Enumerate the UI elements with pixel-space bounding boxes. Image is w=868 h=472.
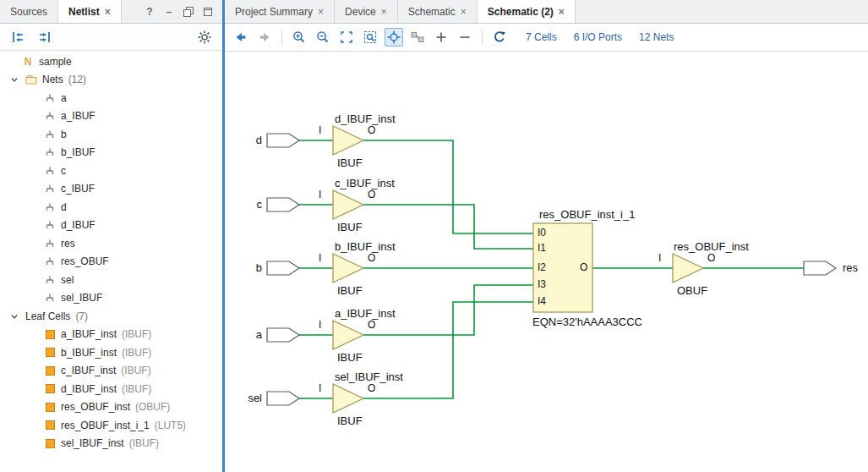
- netlist-toolbar: [0, 24, 222, 51]
- gate-c-ibuf[interactable]: [333, 190, 363, 219]
- zoom-in-icon[interactable]: [290, 28, 308, 47]
- cell-type: (IBUF): [122, 328, 151, 340]
- help-icon[interactable]: ?: [144, 6, 156, 18]
- pin-label-i: I: [319, 382, 321, 394]
- tree-item-cell[interactable]: c_IBUF_inst(IBUF): [0, 362, 222, 381]
- cell-type-label: IBUF: [337, 156, 363, 169]
- tree-label: a: [61, 92, 67, 104]
- input-port-c[interactable]: [267, 198, 299, 211]
- tree-item-sample[interactable]: N sample: [0, 52, 222, 71]
- instance-label: c_IBUF_inst: [335, 177, 395, 189]
- pin-label-i: I: [319, 252, 321, 264]
- tab-project-summary[interactable]: Project Summary ×: [225, 0, 335, 23]
- zoom-fit-icon[interactable]: [337, 28, 356, 47]
- cell-icon: [44, 328, 56, 340]
- close-icon[interactable]: ×: [461, 7, 467, 17]
- tree-item-cell[interactable]: b_IBUF_inst(IBUF): [0, 343, 222, 362]
- tab-label: Project Summary: [235, 6, 313, 18]
- tree-label: d_IBUF: [61, 219, 96, 231]
- pin-label-i: I: [658, 252, 661, 264]
- tab-device[interactable]: Device ×: [335, 0, 398, 23]
- zoom-out-icon[interactable]: [314, 28, 332, 47]
- net-icon: [44, 274, 56, 286]
- cell-type: (IBUF): [122, 347, 151, 359]
- gate-sel-ibuf[interactable]: [333, 384, 363, 413]
- tree-item-cell[interactable]: sel_IBUF_inst(IBUF): [0, 435, 222, 453]
- autofit-selection-icon[interactable]: [385, 28, 403, 47]
- io-ports-count-link[interactable]: 6 I/O Ports: [574, 31, 622, 43]
- remove-icon[interactable]: [456, 28, 474, 47]
- chevron-down-icon[interactable]: [8, 310, 20, 322]
- tree-item-net[interactable]: sel_IBUF: [0, 289, 222, 308]
- nets-count-link[interactable]: 12 Nets: [639, 31, 674, 43]
- tree-group-leaf-cells[interactable]: Leaf Cells (7): [0, 307, 222, 326]
- tree-item-net[interactable]: d_IBUF: [0, 217, 222, 235]
- tree-item-net[interactable]: c: [0, 162, 222, 180]
- zoom-selection-icon[interactable]: [361, 28, 379, 47]
- cell-icon: [44, 401, 56, 413]
- net-icon: [44, 238, 56, 250]
- gate-a-ibuf[interactable]: [333, 321, 363, 349]
- input-port-a[interactable]: [267, 328, 299, 342]
- tree-label: res: [61, 238, 75, 250]
- tree-item-cell[interactable]: a_IBUF_inst(IBUF): [0, 326, 222, 344]
- tree-item-net[interactable]: a: [0, 89, 222, 107]
- tree-label: b_IBUF: [61, 146, 96, 158]
- output-port-res[interactable]: [804, 261, 836, 275]
- cell-icon: [44, 365, 56, 376]
- close-icon[interactable]: ×: [559, 7, 565, 17]
- cell-type: (IBUF): [129, 437, 159, 449]
- tree-item-cell[interactable]: res_OBUF_inst(OBUF): [0, 398, 222, 417]
- gate-b-ibuf[interactable]: [333, 254, 363, 283]
- collapse-all-icon[interactable]: [8, 28, 27, 47]
- close-icon[interactable]: ×: [318, 7, 324, 17]
- input-port-sel[interactable]: [267, 392, 299, 405]
- input-port-b[interactable]: [267, 261, 299, 275]
- tree-item-net[interactable]: b_IBUF: [0, 144, 222, 162]
- expand-cone-icon[interactable]: [408, 28, 427, 47]
- tab-schematic[interactable]: Schematic ×: [398, 0, 478, 23]
- minimize-icon[interactable]: –: [163, 6, 175, 18]
- tree-item-cell[interactable]: d_IBUF_inst(IBUF): [0, 380, 222, 398]
- pin-label-i1: I1: [538, 242, 546, 254]
- forward-icon[interactable]: [255, 28, 274, 47]
- cells-count-link[interactable]: 7 Cells: [526, 31, 557, 43]
- tree-item-net[interactable]: a_IBUF: [0, 107, 222, 126]
- tab-schematic-2[interactable]: Schematic (2) ×: [478, 0, 576, 23]
- cell-type: (OBUF): [135, 401, 170, 413]
- tab-label: Netlist: [68, 6, 100, 18]
- tree-label: res_OBUF_inst_i_1: [61, 420, 150, 431]
- maximize-icon[interactable]: [202, 6, 214, 18]
- tree-item-net[interactable]: res_OBUF: [0, 253, 222, 272]
- port-label: b: [227, 261, 262, 274]
- expand-all-icon[interactable]: [35, 28, 54, 47]
- tree-item-net[interactable]: res: [0, 234, 222, 253]
- cell-type-label: IBUF: [337, 414, 363, 427]
- schematic-canvas[interactable]: d I d_IBUF_inst O IBUF c I c_IBUF_inst O…: [225, 52, 868, 472]
- tree-item-net[interactable]: c_IBUF: [0, 180, 222, 199]
- tree-item-net[interactable]: d: [0, 198, 222, 217]
- regenerate-layout-icon[interactable]: [490, 28, 509, 47]
- net-icon: [44, 201, 56, 213]
- back-icon[interactable]: [232, 28, 250, 47]
- pin-label-o: O: [368, 124, 375, 136]
- input-port-d[interactable]: [267, 134, 299, 147]
- pin-label-i2: I2: [538, 261, 546, 273]
- net-icon: [44, 165, 56, 177]
- tree-item-cell[interactable]: res_OBUF_inst_i_1(LUT5): [0, 416, 222, 435]
- close-icon[interactable]: ×: [381, 7, 387, 17]
- float-window-icon[interactable]: [183, 6, 194, 18]
- tree-group-nets[interactable]: Nets (12): [0, 71, 222, 90]
- gate-d-ibuf[interactable]: [333, 126, 363, 155]
- gear-icon[interactable]: [195, 28, 214, 47]
- add-icon[interactable]: [432, 28, 450, 47]
- tab-netlist[interactable]: Netlist ×: [58, 0, 122, 23]
- tree-item-net[interactable]: b: [0, 125, 222, 144]
- net-icon: [44, 255, 56, 267]
- tab-sources[interactable]: Sources: [0, 0, 58, 23]
- tree-item-net[interactable]: sel: [0, 271, 222, 289]
- chevron-down-icon[interactable]: [8, 74, 20, 85]
- gate-obuf[interactable]: [673, 254, 703, 283]
- close-icon[interactable]: ×: [105, 7, 111, 17]
- tree-label: d: [61, 201, 67, 213]
